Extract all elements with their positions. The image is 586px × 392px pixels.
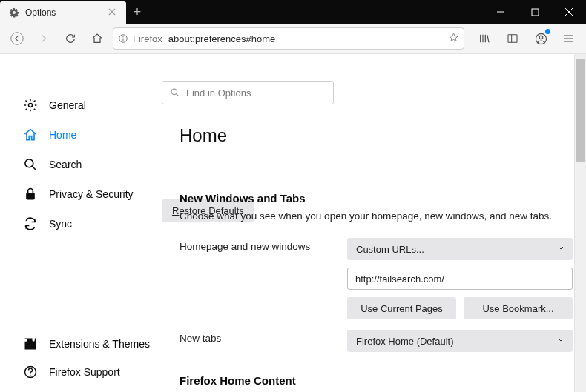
svg-point-3	[122, 36, 123, 37]
chevron-down-icon	[556, 336, 565, 347]
account-button[interactable]	[530, 27, 552, 50]
navigation-toolbar: Firefox about:preferences#home	[0, 24, 586, 54]
home-icon	[22, 127, 39, 143]
home-button[interactable]	[86, 27, 108, 50]
puzzle-icon	[22, 336, 39, 352]
window-maximize-button[interactable]	[518, 0, 552, 24]
preferences-sidebar: General Home Search Privacy & Security S…	[0, 54, 162, 392]
svg-rect-9	[26, 193, 35, 199]
vertical-scrollbar[interactable]	[574, 54, 586, 392]
section-heading-new-windows: New Windows and Tabs	[180, 192, 573, 205]
page-title: Home	[180, 125, 573, 146]
sync-icon	[22, 216, 39, 232]
sidebar-item-label: Privacy & Security	[49, 188, 134, 200]
back-button[interactable]	[6, 27, 28, 50]
scrollbar-thumb[interactable]	[576, 59, 585, 162]
url-bar[interactable]: Firefox about:preferences#home	[113, 27, 464, 50]
window-controls	[484, 0, 586, 24]
select-value: Firefox Home (Default)	[356, 336, 453, 347]
svg-point-15	[171, 89, 177, 95]
sidebar-item-search[interactable]: Search	[0, 150, 162, 179]
sidebar-item-label: Sync	[49, 218, 72, 230]
sidebar-item-label: Home	[49, 129, 76, 141]
lock-icon	[22, 186, 39, 202]
sidebar-item-label: Extensions & Themes	[49, 338, 150, 350]
svg-rect-4	[508, 35, 517, 43]
homepage-label: Homepage and new windows	[180, 238, 335, 319]
sidebar-item-label: Firefox Support	[49, 366, 120, 378]
sidebar-item-home[interactable]: Home	[0, 121, 162, 149]
app-menu-button[interactable]	[558, 27, 580, 50]
svg-point-8	[25, 159, 33, 167]
sidebar-item-general[interactable]: General	[0, 91, 162, 119]
gear-icon	[9, 7, 19, 18]
firefox-info-icon	[118, 33, 128, 44]
sidebar-item-support[interactable]: Firefox Support	[0, 358, 162, 386]
homepage-url-input[interactable]	[347, 268, 573, 290]
library-button[interactable]	[473, 27, 496, 50]
notification-dot-icon	[545, 29, 550, 34]
sidebar-item-privacy[interactable]: Privacy & Security	[0, 180, 162, 208]
use-bookmark-button[interactable]: Use Bookmark...	[464, 297, 573, 319]
sidebar-item-label: General	[49, 99, 86, 111]
chevron-down-icon	[556, 244, 565, 255]
search-icon	[170, 87, 180, 98]
select-value: Custom URLs...	[356, 244, 424, 255]
homepage-select[interactable]: Custom URLs...	[347, 238, 573, 260]
use-current-pages-button[interactable]: Use Current Pages	[347, 297, 456, 319]
find-in-options-input[interactable]: Find in Options	[162, 81, 334, 104]
identity-box[interactable]: Firefox	[118, 33, 162, 44]
newtabs-label: New tabs	[180, 330, 335, 352]
sidebar-toggle-button[interactable]	[501, 27, 524, 50]
section-heading-home-content: Firefox Home Content	[180, 374, 573, 387]
gear-icon	[22, 97, 39, 113]
svg-point-1	[11, 33, 24, 45]
window-titlebar: Options +	[0, 0, 586, 24]
browser-tab-options[interactable]: Options	[0, 1, 126, 24]
sidebar-item-sync[interactable]: Sync	[0, 210, 162, 238]
sidebar-item-label: Search	[49, 159, 82, 170]
preferences-main-panel: pcrisk.com Find in Options Home Restore …	[162, 54, 586, 392]
svg-point-6	[539, 36, 543, 39]
newtabs-select[interactable]: Firefox Home (Default)	[347, 330, 573, 352]
tab-title: Options	[25, 7, 56, 18]
new-tab-button[interactable]: +	[126, 0, 148, 24]
svg-point-11	[30, 375, 31, 376]
section-description: Choose what you see when you open your h…	[180, 210, 573, 222]
url-text: about:preferences#home	[168, 33, 276, 44]
svg-rect-0	[532, 9, 539, 16]
window-close-button[interactable]	[552, 0, 586, 24]
question-icon	[22, 364, 39, 380]
find-placeholder: Find in Options	[186, 87, 251, 99]
tab-close-icon[interactable]	[108, 7, 116, 18]
svg-point-7	[29, 104, 33, 107]
identity-label: Firefox	[133, 33, 162, 44]
forward-button[interactable]	[33, 27, 55, 50]
search-icon	[22, 156, 39, 173]
bookmark-star-icon[interactable]	[448, 32, 459, 45]
window-minimize-button[interactable]	[484, 0, 518, 24]
sidebar-item-extensions[interactable]: Extensions & Themes	[0, 330, 162, 358]
reload-button[interactable]	[59, 27, 82, 50]
